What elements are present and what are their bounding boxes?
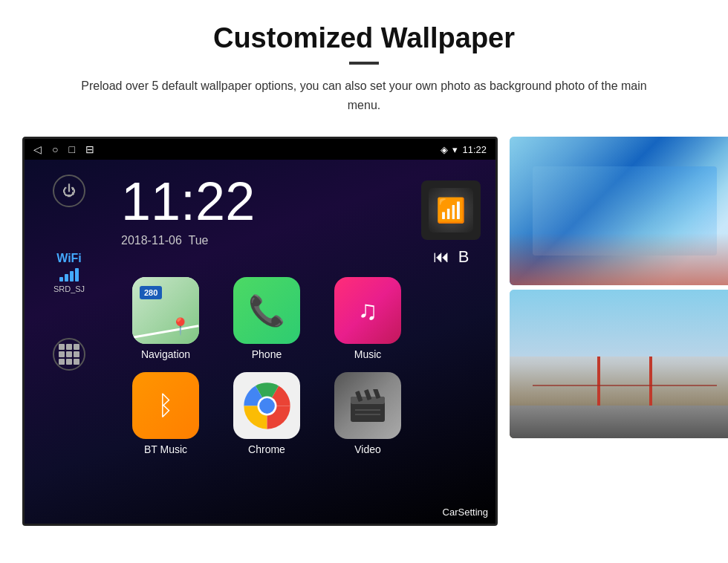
wifi-bar-1: [59, 277, 63, 282]
signal-icon: ▾: [452, 144, 458, 155]
grid-dot: [66, 359, 72, 365]
wifi-bar-4: [75, 268, 79, 282]
music-icon-box: 📶: [421, 180, 481, 240]
apps-button[interactable]: [53, 338, 85, 371]
grid-dot: [74, 359, 79, 365]
grid-dot: [59, 351, 65, 357]
left-sidebar: ⏻ WiFi SRD_SJ: [25, 160, 114, 524]
status-left: ◁ ○ □ ⊟: [33, 143, 94, 155]
date-display: 2018-11-06 Tue: [121, 234, 208, 247]
nav-sign: 280: [140, 286, 162, 299]
music-icon: ♫: [334, 277, 401, 344]
wifi-bars: [53, 268, 85, 282]
nav-map-bg: 280 📍: [132, 277, 199, 344]
home-screen: ⏻ WiFi SRD_SJ: [25, 160, 495, 524]
page-subtitle: Preload over 5 default wallpaper options…: [74, 77, 654, 114]
app-bt-music[interactable]: ᛒ BT Music: [121, 372, 210, 455]
status-bar: ◁ ○ □ ⊟ ◈ ▾ 11:22: [25, 139, 495, 160]
grid-dot: [59, 359, 65, 365]
chrome-label: Chrome: [248, 443, 285, 455]
prev-button[interactable]: ⏮: [433, 247, 449, 267]
clock-display: 11:22: [121, 175, 255, 228]
wallpaper-thumb-ice[interactable]: [510, 137, 728, 285]
bridge-background: [510, 290, 728, 438]
navigation-icon: 280 📍: [132, 277, 199, 344]
carsetting-label: CarSetting: [443, 507, 488, 518]
bt-music-label: BT Music: [144, 443, 187, 455]
grid-dot: [59, 344, 65, 350]
grid-dot: [66, 344, 72, 350]
wifi-network: SRD_SJ: [53, 284, 85, 293]
location-icon: ◈: [441, 144, 448, 155]
grid-dot: [74, 344, 79, 350]
wallpaper-thumb-bridge[interactable]: [510, 290, 728, 438]
page-title: Customized Wallpaper: [59, 22, 669, 54]
home-icon[interactable]: ○: [52, 143, 58, 155]
wifi-label: WiFi: [53, 252, 85, 265]
back-icon[interactable]: ◁: [33, 143, 42, 155]
nav-pin: 📍: [170, 317, 190, 336]
ice-background: [510, 137, 728, 285]
status-time: 11:22: [462, 144, 487, 155]
power-icon: ⏻: [62, 183, 76, 199]
power-button[interactable]: ⏻: [53, 175, 85, 207]
video-svg: [349, 389, 386, 422]
status-right: ◈ ▾ 11:22: [441, 144, 487, 155]
page-header: Customized Wallpaper Preload over 5 defa…: [0, 0, 728, 122]
recent-icon[interactable]: □: [68, 143, 74, 155]
music-symbol: ♫: [358, 295, 378, 326]
wifi-bar-2: [65, 274, 68, 282]
day-text: Tue: [188, 234, 208, 247]
music-icon-inner: 📶: [429, 188, 473, 232]
navigation-label: Navigation: [141, 348, 190, 360]
grid-dot: [74, 351, 79, 357]
chrome-icon: [233, 372, 300, 439]
wifi-bar-3: [70, 271, 74, 282]
title-divider: [349, 62, 379, 65]
music-label: Music: [354, 348, 382, 360]
music-player-widget: 📶 ⏮ B: [421, 180, 481, 267]
device-frame: ◁ ○ □ ⊟ ◈ ▾ 11:22 ⏻ WiFi: [22, 137, 498, 526]
app-navigation[interactable]: 280 📍 Navigation: [121, 277, 210, 360]
video-icon: [334, 372, 401, 439]
music-controls: ⏮ B: [433, 247, 469, 267]
app-grid: 280 📍 Navigation 📞 Phone: [121, 277, 412, 455]
phone-symbol: 📞: [248, 293, 285, 328]
apps-grid-icon: [59, 344, 79, 365]
video-label: Video: [354, 443, 381, 455]
screenshot-icon[interactable]: ⊟: [85, 143, 94, 155]
chrome-svg: [243, 382, 291, 430]
svg-point-2: [259, 398, 275, 414]
app-music[interactable]: ♫ Music: [323, 277, 412, 360]
bt-symbol: ᛒ: [157, 390, 174, 421]
grid-dot: [66, 351, 72, 357]
wallpaper-panel: [510, 137, 728, 438]
wifi-widget: WiFi SRD_SJ: [53, 252, 85, 293]
bt-music-icon: ᛒ: [132, 372, 199, 439]
app-chrome[interactable]: Chrome: [222, 372, 311, 455]
app-phone[interactable]: 📞 Phone: [222, 277, 311, 360]
phone-icon: 📞: [233, 277, 300, 344]
letter-b-display: B: [458, 247, 469, 267]
app-video[interactable]: Video: [323, 372, 412, 455]
main-content: ◁ ○ □ ⊟ ◈ ▾ 11:22 ⏻ WiFi: [0, 122, 728, 533]
wifi-ring-icon: 📶: [436, 196, 466, 224]
date-text: 2018-11-06: [121, 234, 182, 247]
phone-label: Phone: [252, 348, 282, 360]
